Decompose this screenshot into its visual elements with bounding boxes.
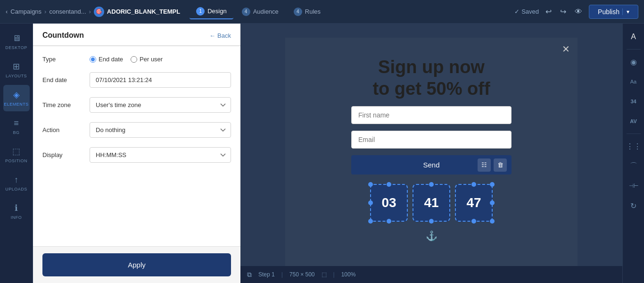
handle-ml[interactable] [368, 200, 373, 205]
handle-bm[interactable] [387, 219, 391, 224]
headline-line2: to get 50% off [372, 79, 490, 99]
trash-icon[interactable]: 🗑 [494, 158, 507, 172]
breadcrumb-sep1: › [44, 8, 46, 15]
display-control: HH:MM:SS DD:HH:MM:SS [90, 147, 231, 163]
tab-audience[interactable]: 4 Audience [235, 5, 285, 19]
handle-bl[interactable] [368, 219, 373, 224]
send-label: Send [423, 161, 439, 169]
uploads-icon: ↑ [14, 175, 18, 185]
canvas-zoom: 100% [341, 271, 356, 278]
tab-design-label: Design [207, 8, 226, 15]
sidebar-item-elements[interactable]: ◈ ELEMENTS [3, 85, 30, 111]
saved-label: Saved [521, 8, 539, 15]
fill-tool-icon: ◉ [630, 58, 637, 67]
desktop-icon: 🖥 [12, 33, 21, 43]
back-arrow[interactable]: ‹ [6, 8, 8, 15]
sidebar-item-position[interactable]: ⬚ POSITION [3, 142, 30, 168]
countdown-container: 03 41 47 [370, 184, 493, 222]
redo-button[interactable]: ↪ [558, 5, 568, 18]
breadcrumb-tenant[interactable]: consentand... [49, 8, 86, 15]
kerning-tool-icon: AV [630, 118, 636, 124]
email-input[interactable] [351, 131, 512, 149]
handle-bm-sec[interactable] [471, 219, 476, 224]
nav-tabs: 1 Design 4 Audience 4 Rules [190, 4, 327, 19]
first-name-input[interactable] [351, 106, 512, 124]
handle-bm-min[interactable] [429, 219, 434, 224]
right-divider-2 [627, 133, 641, 134]
right-tool-kerning[interactable]: AV [625, 113, 642, 130]
sidebar-item-desktop[interactable]: 🖥 DESKTOP [3, 28, 30, 55]
canvas-bottom-bar: ⧉ Step 1 | 750 × 500 ⬚ | 100% [240, 266, 622, 283]
close-button[interactable]: ✕ [562, 43, 570, 55]
tab-rules-label: Rules [305, 8, 321, 15]
back-button[interactable]: ← Back [209, 32, 231, 39]
countdown-block-minutes[interactable]: 41 [413, 184, 450, 222]
handle-tr[interactable] [490, 182, 495, 187]
layers-icon[interactable]: ☷ [478, 158, 491, 172]
tab-audience-label: Audience [253, 8, 279, 15]
panel-body: Type End date Per user End date [33, 46, 240, 246]
right-tool-curve[interactable]: ⌒ [625, 158, 642, 175]
undo-button[interactable]: ↩ [544, 5, 553, 18]
right-tool-text[interactable]: A [625, 28, 642, 45]
sidebar-item-layouts[interactable]: ⊞ LAYOUTS [3, 57, 30, 83]
countdown-hours-value: 03 [381, 195, 396, 210]
sidebar-item-uploads[interactable]: ↑ UPLOADS [3, 170, 30, 196]
per-user-radio[interactable] [131, 56, 137, 63]
send-btn-icons: ☷ 🗑 [478, 158, 507, 172]
tab-rules[interactable]: 4 Rules [287, 5, 327, 19]
left-sidebar: 🖥 DESKTOP ⊞ LAYOUTS ◈ ELEMENTS ≡ BG ⬚ PO… [0, 24, 33, 283]
sidebar-uploads-label: UPLOADS [5, 187, 27, 191]
right-tool-transform[interactable]: ↻ [625, 197, 642, 214]
type-label: Type [42, 56, 85, 63]
bg-icon: ≡ [14, 118, 19, 128]
apply-button[interactable]: Apply [42, 253, 231, 276]
tab-design[interactable]: 1 Design [190, 4, 233, 19]
panel-header: Countdown ← Back [33, 24, 240, 46]
countdown-seconds-value: 47 [466, 195, 481, 210]
send-button[interactable]: Send ☷ 🗑 [351, 155, 512, 175]
per-user-option[interactable]: Per user [131, 56, 163, 63]
panel-footer: Apply [33, 246, 240, 283]
breadcrumb-template[interactable]: ADORIC_BLANK_TEMPL [107, 8, 180, 15]
publish-button[interactable]: Publish ▾ [589, 5, 638, 19]
publish-dropdown-arrow[interactable]: ▾ [622, 8, 629, 15]
breadcrumb-campaigns[interactable]: Campaigns [10, 8, 41, 15]
sidebar-item-bg[interactable]: ≡ BG [3, 113, 30, 140]
spacing-tool-icon: ⊣⊢ [629, 183, 638, 189]
sidebar-item-info[interactable]: ℹ INFO [3, 198, 30, 225]
top-nav: ‹ Campaigns › consentand... › 🎯 ADORIC_B… [0, 0, 644, 24]
timezone-select[interactable]: User's time zone UTC EST PST [90, 97, 231, 113]
handle-br[interactable] [490, 219, 495, 224]
action-control: Do nothing Redirect Hide [90, 122, 231, 138]
right-divider-1 [627, 49, 641, 50]
countdown-block-hours[interactable]: 03 [370, 184, 408, 222]
headline-line1: Sign up now [378, 57, 485, 77]
type-row: Type End date Per user [42, 56, 231, 63]
right-tool-size[interactable]: 34 [625, 93, 642, 110]
handle-tm-min[interactable] [429, 182, 434, 187]
saved-indicator: ✓ Saved [514, 8, 539, 15]
end-date-option[interactable]: End date [90, 56, 123, 63]
action-select[interactable]: Do nothing Redirect Hide [90, 122, 231, 138]
end-date-radio[interactable] [90, 56, 96, 63]
display-label: Display [42, 151, 85, 158]
right-tool-pattern[interactable]: ⋮⋮ [625, 138, 642, 155]
right-tool-spacing[interactable]: ⊣⊢ [625, 177, 642, 194]
sidebar-desktop-label: DESKTOP [5, 45, 27, 50]
send-button-container: Send ☷ 🗑 [351, 155, 512, 175]
right-tool-fill[interactable]: ◉ [625, 53, 642, 70]
info-icon: ℹ [15, 203, 18, 213]
sidebar-info-label: INFO [11, 215, 22, 220]
action-row: Action Do nothing Redirect Hide [42, 122, 231, 138]
handle-tl[interactable] [368, 182, 373, 187]
preview-button[interactable]: 👁 [573, 6, 584, 18]
sidebar-elements-label: ELEMENTS [4, 102, 29, 107]
handle-tm[interactable] [387, 182, 391, 187]
end-date-input[interactable] [90, 72, 231, 88]
handle-tm-sec[interactable] [471, 182, 476, 187]
countdown-block-seconds[interactable]: 47 [455, 184, 493, 222]
display-select[interactable]: HH:MM:SS DD:HH:MM:SS [90, 147, 231, 163]
right-tool-font[interactable]: Aa [625, 73, 642, 90]
handle-mr[interactable] [490, 200, 495, 205]
